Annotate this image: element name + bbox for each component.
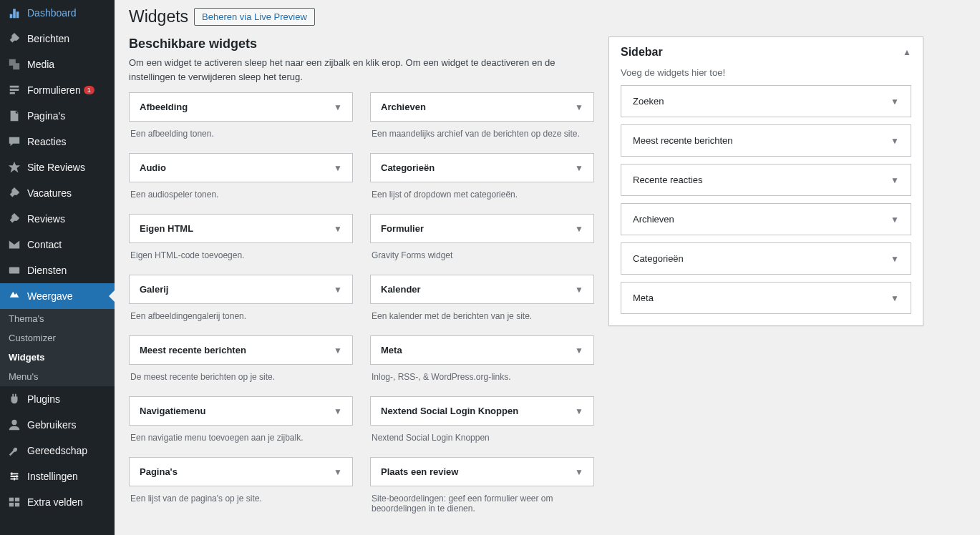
- available-widget[interactable]: Formulier▼: [370, 214, 594, 243]
- menu-label: Pagina's: [27, 110, 65, 122]
- available-widget[interactable]: Nextend Social Login Knoppen▼: [370, 396, 594, 426]
- menu-dashboard[interactable]: Dashboard: [0, 0, 115, 26]
- placed-widget-title: Recente reacties: [633, 175, 703, 185]
- widget-desc: Gravity Forms widget: [370, 250, 594, 260]
- menu-formulieren[interactable]: Formulieren 1: [0, 77, 115, 103]
- widget-desc: Een kalender met de berichten van je sit…: [370, 311, 594, 321]
- available-widget[interactable]: Pagina's▼: [129, 457, 353, 486]
- widget-title: Archieven: [381, 102, 426, 112]
- available-widget[interactable]: Archieven▼: [370, 92, 594, 122]
- placed-widget[interactable]: Archieven▼: [621, 203, 911, 235]
- placed-widget-title: Archieven: [633, 214, 674, 225]
- available-widgets-column: Beschikbare widgets Om een widget te act…: [129, 36, 594, 528]
- placed-widget[interactable]: Recente reacties▼: [621, 164, 911, 196]
- form-icon: [7, 83, 21, 97]
- widget-title: Nextend Social Login Knoppen: [381, 406, 518, 416]
- widget-desc: Een afbeelding tonen.: [129, 129, 353, 139]
- menu-plugins[interactable]: Plugins: [0, 386, 115, 412]
- available-widget[interactable]: Categorieën▼: [370, 153, 594, 182]
- menu-label: Contact: [27, 239, 62, 250]
- widget-title: Plaats een review: [381, 466, 458, 477]
- available-widget[interactable]: Afbeelding▼: [129, 92, 353, 122]
- svg-rect-2: [9, 498, 14, 501]
- menu-label: Diensten: [27, 265, 67, 276]
- menu-reviews[interactable]: Reviews: [0, 206, 115, 232]
- widget-title: Categorieën: [381, 162, 435, 173]
- widget-title: Pagina's: [140, 466, 178, 477]
- settings-icon: [7, 469, 21, 484]
- menu-media[interactable]: Media: [0, 51, 115, 77]
- caret-down-icon: ▼: [334, 467, 342, 477]
- available-widget[interactable]: Eigen HTML▼: [129, 214, 353, 243]
- available-widget-cell: Navigatiemenu▼Een navigatie menu toevoeg…: [129, 396, 353, 443]
- menu-gereedschap[interactable]: Gereedschap: [0, 438, 115, 463]
- tools-icon: [7, 443, 21, 458]
- available-widget[interactable]: Meta▼: [370, 335, 594, 365]
- submenu-widgets[interactable]: Widgets: [0, 348, 115, 367]
- placed-widget[interactable]: Meta▼: [621, 282, 911, 314]
- submenu-themas[interactable]: Thema's: [0, 309, 115, 328]
- submenu-customizer[interactable]: Customizer: [0, 328, 115, 348]
- caret-down-icon: ▼: [891, 136, 899, 146]
- menu-site-reviews[interactable]: Site Reviews: [0, 154, 115, 180]
- widget-title: Meest recente berichten: [140, 345, 246, 355]
- menu-paginas[interactable]: Pagina's: [0, 103, 115, 129]
- menu-diensten[interactable]: Diensten: [0, 257, 115, 283]
- svg-rect-0: [9, 268, 19, 274]
- available-widget-cell: Plaats een review▼Site-beoordelingen: ge…: [370, 457, 594, 514]
- caret-down-icon: ▼: [891, 175, 899, 185]
- available-widget-cell: Galerij▼Een afbeeldingengalerij tonen.: [129, 275, 353, 321]
- menu-instellingen[interactable]: Instellingen: [0, 463, 115, 489]
- available-widget-cell: Afbeelding▼Een afbeelding tonen.: [129, 92, 353, 139]
- menu-vacatures[interactable]: Vacatures: [0, 180, 115, 206]
- caret-down-icon: ▼: [575, 102, 583, 112]
- available-widget-cell: Pagina's▼Een lijst van de pagina's op je…: [129, 457, 353, 514]
- submenu-menus[interactable]: Menu's: [0, 367, 115, 386]
- caret-down-icon: ▼: [891, 254, 899, 264]
- menu-label: Gebruikers: [27, 419, 76, 431]
- available-widget[interactable]: Plaats een review▼: [370, 457, 594, 486]
- available-widget[interactable]: Kalender▼: [370, 275, 594, 304]
- menu-extra-velden[interactable]: Extra velden: [0, 489, 115, 515]
- menu-reacties[interactable]: Reacties: [0, 129, 115, 154]
- available-widget-cell: Eigen HTML▼Eigen HTML-code toevoegen.: [129, 214, 353, 260]
- caret-down-icon: ▼: [575, 345, 583, 355]
- available-widget-cell: Meest recente berichten▼De meest recente…: [129, 335, 353, 382]
- caret-down-icon: ▼: [575, 285, 583, 295]
- menu-label: Extra velden: [27, 496, 83, 508]
- submenu-weergave: Thema's Customizer Widgets Menu's: [0, 309, 115, 386]
- svg-rect-3: [15, 498, 19, 501]
- placed-widget-title: Meest recente berichten: [633, 135, 732, 146]
- available-widget[interactable]: Audio▼: [129, 153, 353, 182]
- media-icon: [7, 57, 21, 72]
- menu-label: Reviews: [27, 213, 65, 225]
- menu-gebruikers[interactable]: Gebruikers: [0, 412, 115, 438]
- available-widget[interactable]: Navigatiemenu▼: [129, 396, 353, 426]
- available-widget-cell: Audio▼Een audiospeler tonen.: [129, 153, 353, 200]
- menu-label: Site Reviews: [27, 162, 85, 173]
- widget-title: Meta: [381, 345, 402, 355]
- available-widgets-grid: Afbeelding▼Een afbeelding tonen.Archieve…: [129, 92, 594, 528]
- services-icon: [7, 263, 21, 278]
- caret-down-icon: ▼: [891, 293, 899, 303]
- widget-title: Afbeelding: [140, 102, 188, 112]
- svg-rect-5: [15, 503, 19, 506]
- live-preview-button[interactable]: Beheren via Live Preview: [194, 8, 315, 26]
- menu-label: Vacatures: [27, 187, 72, 199]
- caret-down-icon: ▼: [334, 102, 342, 112]
- menu-contact[interactable]: Contact: [0, 232, 115, 257]
- available-widget[interactable]: Meest recente berichten▼: [129, 335, 353, 365]
- widget-desc: Eigen HTML-code toevoegen.: [129, 250, 353, 260]
- mail-icon: [7, 237, 21, 252]
- placed-widget[interactable]: Meest recente berichten▼: [621, 124, 911, 157]
- widget-desc: Nextend Social Login Knoppen: [370, 433, 594, 443]
- menu-weergave[interactable]: Weergave: [0, 283, 115, 309]
- placed-widget[interactable]: Categorieën▼: [621, 242, 911, 275]
- available-widget[interactable]: Galerij▼: [129, 275, 353, 304]
- widget-title: Audio: [140, 162, 166, 173]
- menu-berichten[interactable]: Berichten: [0, 26, 115, 51]
- sidebar-area-header[interactable]: Sidebar ▲: [609, 37, 923, 67]
- available-widgets-desc: Om een widget te activeren sleep het naa…: [129, 56, 594, 84]
- widget-title: Eigen HTML: [140, 223, 193, 234]
- placed-widget[interactable]: Zoeken▼: [621, 85, 911, 117]
